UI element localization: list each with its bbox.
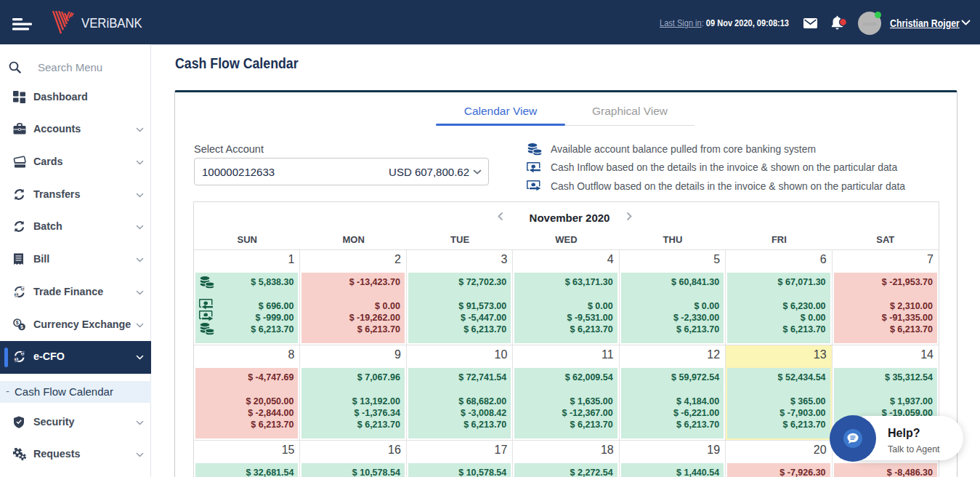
svg-text:$: $ xyxy=(22,352,24,356)
svg-text:$: $ xyxy=(22,286,24,291)
svg-text:$: $ xyxy=(16,320,19,326)
svg-text:$: $ xyxy=(15,357,17,361)
svg-text:$: $ xyxy=(20,324,23,330)
svg-text:$: $ xyxy=(15,292,17,297)
